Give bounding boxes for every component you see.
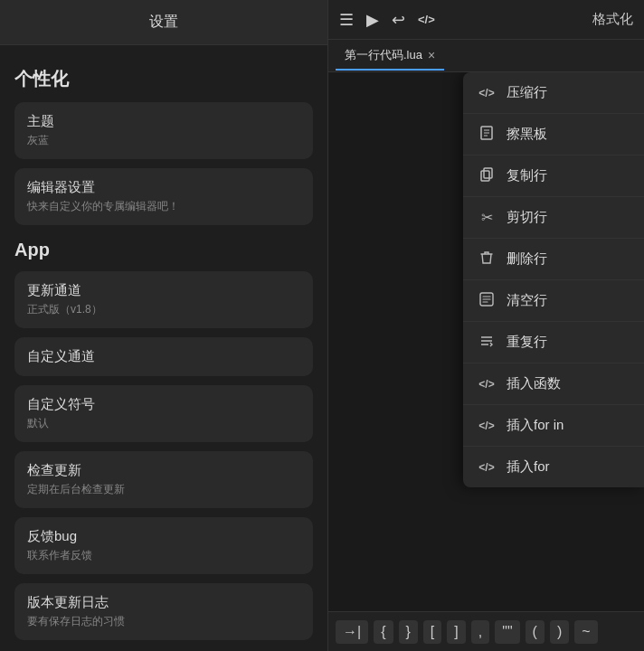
bottom-key-bar: →| { } [ ] , "" ( ) ~ xyxy=(328,611,644,651)
feedback-subtitle: 联系作者反馈 xyxy=(27,548,300,563)
dropdown-item-insert-for[interactable]: </> 插入for xyxy=(463,447,644,487)
menu-item-feedback[interactable]: 反馈bug 联系作者反馈 xyxy=(14,517,313,574)
editor-settings-subtitle: 快来自定义你的专属编辑器吧！ xyxy=(27,199,300,214)
clear-line-label: 清空行 xyxy=(507,292,547,309)
menu-item-changelog[interactable]: 版本更新日志 要有保存日志的习惯 xyxy=(14,583,313,640)
insert-for-label: 插入for xyxy=(507,458,550,476)
key-bracket-open[interactable]: [ xyxy=(423,620,441,644)
left-header: 设置 xyxy=(0,0,327,45)
tab-close-button[interactable]: × xyxy=(428,48,435,62)
dropdown-item-delete-line[interactable]: 删除行 xyxy=(463,239,644,280)
cut-line-icon: ✂ xyxy=(478,209,496,226)
insert-function-label: 插入函数 xyxy=(507,375,561,392)
repeat-line-label: 重复行 xyxy=(507,334,547,351)
custom-channel-title: 自定义通道 xyxy=(27,348,300,365)
menu-item-update-channel[interactable]: 更新通道 正式版（v1.8） xyxy=(14,271,313,328)
dropdown-item-clear-line[interactable]: 清空行 xyxy=(463,280,644,322)
delete-line-label: 删除行 xyxy=(507,250,547,268)
editor-settings-title: 编辑器设置 xyxy=(27,179,300,196)
check-update-title: 检查更新 xyxy=(27,462,300,479)
tab-bar: 第一行代码.lua × xyxy=(328,40,644,72)
key-tilde[interactable]: ~ xyxy=(574,620,597,644)
key-quotes[interactable]: "" xyxy=(495,620,519,644)
play-icon[interactable]: ▶ xyxy=(366,10,379,30)
tab-file[interactable]: 第一行代码.lua × xyxy=(336,42,444,71)
dropdown-item-insert-for-in[interactable]: </> 插入for in xyxy=(463,405,644,447)
changelog-title: 版本更新日志 xyxy=(27,594,300,611)
insert-for-in-label: 插入for in xyxy=(507,417,564,434)
dropdown-item-compress[interactable]: </> 压缩行 xyxy=(463,72,644,114)
delete-line-icon xyxy=(478,250,496,268)
repeat-line-icon xyxy=(478,334,496,351)
dropdown-item-insert-function[interactable]: </> 插入函数 xyxy=(463,363,644,405)
copy-line-icon xyxy=(478,167,496,184)
section-title-app: App xyxy=(14,240,313,260)
cut-line-label: 剪切行 xyxy=(507,209,547,226)
theme-title: 主题 xyxy=(27,113,300,130)
custom-symbol-title: 自定义符号 xyxy=(27,396,300,413)
update-channel-subtitle: 正式版（v1.8） xyxy=(27,302,300,317)
menu-item-custom-channel[interactable]: 自定义通道 xyxy=(14,337,313,376)
key-paren-open[interactable]: ( xyxy=(526,620,545,644)
right-toolbar: ☰ ▶ ↩ </> 格式化 xyxy=(328,0,644,40)
key-brace-open[interactable]: { xyxy=(374,620,393,644)
clear-board-icon xyxy=(478,126,496,143)
insert-for-icon: </> xyxy=(478,461,496,474)
context-menu: </> 压缩行 擦黑板 xyxy=(463,72,644,487)
insert-for-in-icon: </> xyxy=(478,420,496,432)
section-title-personalization: 个性化 xyxy=(14,67,313,91)
clear-board-label: 擦黑板 xyxy=(507,126,547,143)
dropdown-item-repeat-line[interactable]: 重复行 xyxy=(463,322,644,363)
format-label[interactable]: 格式化 xyxy=(592,11,633,28)
update-channel-title: 更新通道 xyxy=(27,282,300,299)
insert-function-icon: </> xyxy=(478,378,496,391)
svg-rect-5 xyxy=(481,171,489,181)
feedback-title: 反馈bug xyxy=(27,528,300,545)
menu-item-theme[interactable]: 主题 灰蓝 xyxy=(14,102,313,159)
dropdown-item-copy-line[interactable]: 复制行 xyxy=(463,156,644,197)
undo-icon[interactable]: ↩ xyxy=(392,10,405,30)
code-icon[interactable]: </> xyxy=(418,13,435,26)
copy-line-label: 复制行 xyxy=(507,167,547,184)
left-panel: 设置 个性化 主题 灰蓝 编辑器设置 快来自定义你的专属编辑器吧！ App 更新… xyxy=(0,0,327,651)
tab-filename: 第一行代码.lua xyxy=(345,47,422,63)
settings-title: 设置 xyxy=(149,14,178,29)
key-bracket-close[interactable]: ] xyxy=(447,620,465,644)
changelog-subtitle: 要有保存日志的习惯 xyxy=(27,614,300,629)
custom-symbol-subtitle: 默认 xyxy=(27,416,300,431)
menu-icon[interactable]: ☰ xyxy=(339,10,354,30)
editor-area: </> 压缩行 擦黑板 xyxy=(328,72,644,611)
key-paren-close[interactable]: ) xyxy=(550,620,569,644)
menu-item-check-update[interactable]: 检查更新 定期在后台检查更新 xyxy=(14,451,313,508)
menu-item-custom-symbol[interactable]: 自定义符号 默认 xyxy=(14,385,313,442)
key-brace-close[interactable]: } xyxy=(399,620,418,644)
dropdown-item-cut-line[interactable]: ✂ 剪切行 xyxy=(463,197,644,239)
check-update-subtitle: 定期在后台检查更新 xyxy=(27,482,300,497)
dropdown-item-clear-board[interactable]: 擦黑板 xyxy=(463,114,644,156)
svg-rect-4 xyxy=(484,168,492,178)
theme-subtitle: 灰蓝 xyxy=(27,133,300,148)
clear-line-icon xyxy=(478,292,496,309)
key-comma[interactable]: , xyxy=(471,620,489,644)
key-tab[interactable]: →| xyxy=(336,620,368,644)
compress-icon: </> xyxy=(478,87,496,99)
right-panel: ☰ ▶ ↩ </> 格式化 第一行代码.lua × </> 压缩行 xyxy=(327,0,644,651)
menu-item-editor-settings[interactable]: 编辑器设置 快来自定义你的专属编辑器吧！ xyxy=(14,168,313,225)
compress-label: 压缩行 xyxy=(507,84,547,101)
left-content: 个性化 主题 灰蓝 编辑器设置 快来自定义你的专属编辑器吧！ App 更新通道 … xyxy=(0,45,327,651)
